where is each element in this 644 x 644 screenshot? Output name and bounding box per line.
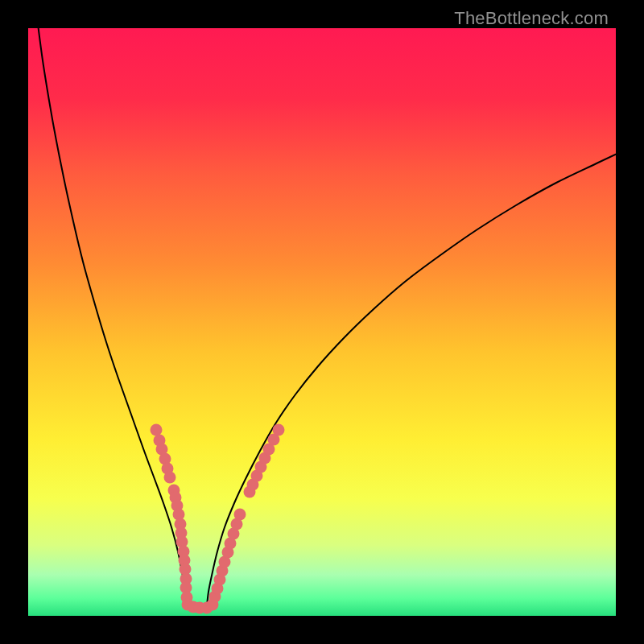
chart-frame bbox=[28, 28, 616, 616]
watermark-text: TheBottleneck.com bbox=[454, 8, 609, 29]
background-gradient bbox=[28, 28, 616, 616]
svg-rect-0 bbox=[28, 28, 616, 616]
